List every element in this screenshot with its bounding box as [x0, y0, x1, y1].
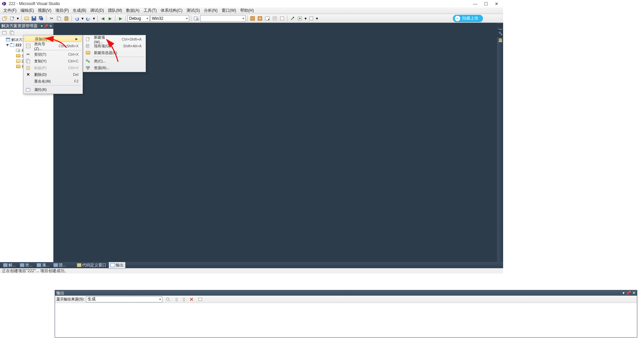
svg-rect-21: [299, 18, 301, 19]
menu-cut[interactable]: ✂ 剪切(T) Ctrl+X: [24, 51, 82, 58]
find-dropdown[interactable]: [200, 15, 246, 22]
context-menu-main: 添加(D) ▶ 类向导(Z)... Ctrl+Shift+X ✂ 剪切(T) C…: [23, 35, 83, 94]
menu-new-item[interactable]: 新建项(W)... Ctrl+Shift+A: [84, 36, 145, 43]
tab-toolbox[interactable]: 🔧工具箱: [497, 30, 503, 37]
copy-icon: [24, 59, 32, 63]
tab-server-explorer[interactable]: 服务器资源管理器: [497, 24, 503, 28]
editor-surface: 添加(D) ▶ 类向导(Z)... Ctrl+Shift+X ✂ 剪切(T) C…: [54, 23, 497, 262]
menu-copy[interactable]: 复制(Y) Ctrl+C: [24, 58, 82, 64]
bottom-tab-solution[interactable]: 解...: [1, 262, 17, 269]
menu-properties[interactable]: 属性(R): [24, 86, 82, 93]
copy-icon[interactable]: [56, 15, 62, 22]
paste-icon[interactable]: [63, 15, 70, 22]
menu-class-wizard[interactable]: 类向导(Z)... Ctrl+Shift+X: [24, 43, 82, 49]
toolbar-btn-b[interactable]: [257, 15, 263, 22]
menu-add[interactable]: 添加(D) ▶: [24, 36, 82, 42]
dropdown-arrow-icon[interactable]: ▾: [16, 15, 19, 22]
menu-new-filter[interactable]: 新建筛选器(F): [84, 49, 145, 56]
bottom-tab-props[interactable]: 属...: [35, 262, 51, 269]
bottom-tab-codedef[interactable]: 代码定义窗口: [75, 262, 108, 269]
existing-item-icon: [84, 44, 92, 48]
menu-edit[interactable]: 编辑(E): [18, 7, 36, 14]
menu-view[interactable]: 视图(V): [36, 7, 53, 14]
bottom-tab-output[interactable]: 输出: [109, 262, 125, 269]
svg-rect-26: [11, 32, 14, 35]
platform-dropdown[interactable]: Win32: [150, 15, 189, 22]
collapse-icon[interactable]: ⯆: [5, 43, 9, 47]
window-title: 222 - Microsoft Visual Studio: [9, 1, 60, 6]
tab-icon: [37, 263, 41, 267]
menu-team[interactable]: 团队(M): [106, 7, 124, 14]
menu-debug[interactable]: 调试(D): [88, 7, 106, 14]
cut-icon[interactable]: ✂: [48, 15, 55, 22]
bottom-tab-class[interactable]: 类...: [18, 262, 34, 269]
menu-analyze[interactable]: 分析(N): [202, 7, 220, 14]
toolbar-btn-g-dd[interactable]: ▾: [304, 15, 307, 22]
maximize-button[interactable]: ☐: [484, 1, 488, 6]
project-icon: [9, 43, 15, 47]
folder-icon: [15, 64, 21, 69]
open-file-icon[interactable]: [23, 15, 30, 22]
nav-fwd-icon[interactable]: ▶: [107, 15, 113, 22]
menu-tools[interactable]: 工具(T): [142, 7, 159, 14]
panel-dropdown-icon[interactable]: ▾: [41, 24, 43, 28]
toolbar-btn-a[interactable]: [249, 15, 256, 22]
menu-class[interactable]: 类(C)...: [84, 58, 145, 64]
config-dropdown[interactable]: Debug: [127, 15, 150, 22]
properties-icon[interactable]: [1, 30, 7, 36]
new-project-icon[interactable]: [1, 15, 8, 22]
find-in-files-icon[interactable]: [193, 15, 200, 22]
toolbar-btn-g[interactable]: [297, 15, 303, 22]
undo-dd-icon[interactable]: ▾: [81, 15, 84, 22]
nav-back-icon[interactable]: ◀: [99, 15, 106, 22]
panel-close-icon[interactable]: ✕: [49, 24, 52, 28]
panel-pin-icon[interactable]: 📌: [44, 24, 48, 28]
solution-explorer-title: 解决方案资源管理器 ▾ 📌 ✕: [0, 23, 53, 29]
svg-rect-29: [10, 44, 14, 47]
toolbar-btn-c[interactable]: [264, 15, 271, 22]
menu-build[interactable]: 生成(B): [71, 7, 88, 14]
bottom-tab-team[interactable]: 团...: [52, 262, 68, 269]
status-text: 正在创建项目"222"... 项目创建成功。: [2, 268, 68, 273]
menu-project[interactable]: 项目(P): [53, 7, 71, 14]
undo-icon[interactable]: [73, 15, 80, 22]
svg-rect-18: [273, 17, 276, 20]
menu-architecture[interactable]: 体系结构(C): [159, 7, 184, 14]
status-bar: 正在创建项目"222"... 项目创建成功。: [0, 268, 503, 273]
context-menu-add: 新建项(W)... Ctrl+Shift+A 现有项(G)... Shift+A…: [83, 35, 146, 72]
menu-window[interactable]: 窗口(W): [220, 7, 238, 14]
menu-delete[interactable]: ✕ 删除(D) Del: [24, 71, 82, 78]
upload-button[interactable]: ∞ 拍摄上传: [453, 15, 483, 22]
add-item-icon[interactable]: [9, 15, 15, 22]
svg-point-17: [268, 19, 269, 20]
new-item-icon: [84, 37, 92, 42]
show-all-icon[interactable]: [9, 30, 15, 36]
menu-resource[interactable]: 资源(R)...: [84, 64, 145, 71]
toolbar-btn-d[interactable]: [271, 15, 278, 22]
toolbar-btn-f[interactable]: [289, 15, 296, 22]
cut-icon: ✂: [24, 52, 32, 57]
menu-help[interactable]: 帮助(H): [238, 7, 256, 14]
redo-icon[interactable]: [85, 15, 92, 22]
save-icon[interactable]: [31, 15, 37, 22]
titlebar: 222 - Microsoft Visual Studio ― ☐ ✕: [0, 0, 503, 7]
bottom-tabs: 解... 类... 属... 团... 代码定义窗口 输出: [0, 262, 503, 268]
svg-rect-1: [5, 16, 7, 18]
redo-dd-icon[interactable]: ▾: [92, 15, 96, 22]
new-filter-icon: [84, 51, 92, 54]
start-icon[interactable]: ▶: [117, 15, 124, 22]
toolbar-btn-h[interactable]: [308, 15, 315, 22]
toolbar-btn-h-dd[interactable]: ▾: [315, 15, 319, 22]
svg-line-13: [198, 20, 199, 20]
save-all-icon[interactable]: [38, 15, 45, 22]
minimize-button[interactable]: ―: [473, 1, 477, 6]
paste-icon: [24, 65, 32, 70]
menu-file[interactable]: 文件(F): [1, 7, 18, 14]
menu-existing-item[interactable]: 现有项(G)... Shift+Alt+A: [84, 43, 145, 49]
menu-data[interactable]: 数据(A): [124, 7, 142, 14]
toolbar-btn-e[interactable]: [279, 15, 285, 22]
menu-test[interactable]: 测试(S): [184, 7, 202, 14]
properties-icon: [24, 87, 32, 92]
close-button[interactable]: ✕: [495, 1, 498, 6]
menu-rename[interactable]: 重命名(M) F2: [24, 78, 82, 85]
